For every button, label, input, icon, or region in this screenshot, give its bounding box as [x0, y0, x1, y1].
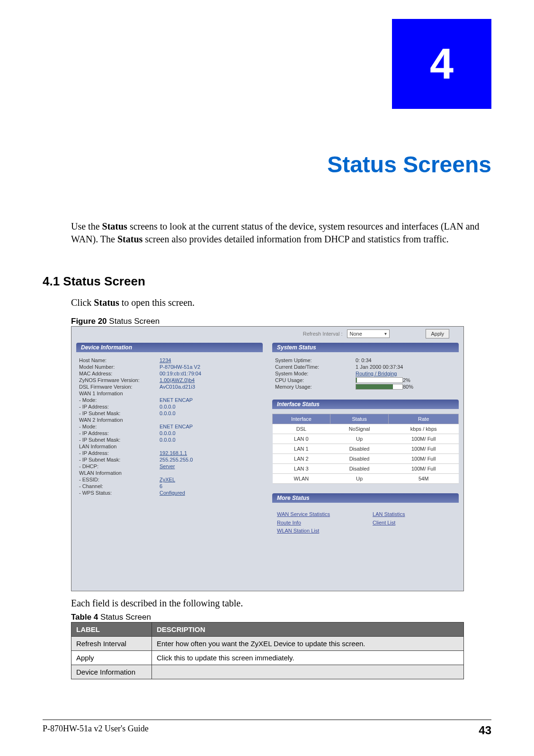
kv-key: Current Date/Time: [275, 364, 356, 370]
refresh-select-value: None [349, 331, 362, 337]
client-list-link[interactable]: Client List [373, 519, 405, 527]
kv-key: - IP Address: [79, 450, 160, 456]
kv-key: Model Number: [79, 364, 160, 370]
wan-stats-link[interactable]: WAN Service Statistics [277, 510, 330, 519]
group-header: WAN 2 Information [79, 417, 160, 423]
group-header: LAN Information [79, 444, 160, 449]
right-column: System Status System Uptime:0: 0:34 Curr… [267, 341, 463, 591]
essid-link[interactable]: ZyXEL [160, 477, 175, 482]
more-status-links: WAN Service Statistics Route Info WLAN S… [272, 507, 459, 538]
more-status-header: More Status [272, 493, 459, 503]
iface-cell: Up [330, 474, 389, 484]
left-column: Device Information Host Name:1234 Model … [71, 341, 267, 591]
iface-cell: Disabled [330, 464, 389, 474]
iface-cell: 100M/ Full [389, 464, 459, 474]
desc-cell-desc [152, 665, 464, 679]
kv-value: ENET ENCAP [160, 424, 193, 429]
desc-col-description: DESCRIPTION [152, 623, 464, 637]
kv-key: - Mode: [79, 424, 160, 429]
firmware-link[interactable]: 1.00(AWZ.0)b4 [160, 377, 195, 383]
cpu-usage-pct: 2% [403, 377, 410, 383]
wps-link[interactable]: Configured [160, 490, 185, 496]
refresh-label: Refresh Interval : [303, 331, 343, 337]
figure-label: Figure 20 [71, 317, 107, 326]
table-caption: Table 4 Status Screen [71, 613, 491, 622]
kv-key: - IP Subnet Mask: [79, 457, 160, 462]
system-mode-link[interactable]: Routing / Bridging [356, 371, 397, 376]
kv-value: 00:19:cb:d1:79:04 [160, 371, 201, 376]
kv-value: P-870HW-51a V2 [160, 364, 200, 370]
iface-cell: LAN 3 [273, 464, 330, 474]
desc-row: Refresh Interval Enter how often you wan… [71, 637, 464, 651]
iface-cell: 100M/ Full [389, 444, 459, 454]
kv-value: 0.0.0.0 [160, 410, 176, 416]
iface-cell: LAN 0 [273, 434, 330, 444]
iface-cell: NoSignal [330, 424, 389, 434]
desc-cell-label: Device Information [71, 665, 152, 679]
footer-guide: P-870HW-51a v2 User's Guide [43, 724, 149, 737]
kv-value: 0.0.0.0 [160, 404, 176, 409]
status-screenshot: Refresh Interval : None ▼ Apply Device I… [71, 326, 464, 591]
lan-stats-link[interactable]: LAN Statistics [373, 510, 405, 519]
apply-button[interactable]: Apply [426, 329, 449, 338]
chevron-down-icon: ▼ [384, 332, 388, 336]
iface-col-interface: Interface [273, 414, 330, 424]
intro-bold-2: Status [117, 234, 142, 244]
kv-key: - IP Subnet Mask: [79, 437, 160, 443]
desc-cell-label: Apply [71, 651, 152, 665]
kv-key: - Channel: [79, 483, 160, 489]
figure-text: Status Screen [107, 317, 160, 326]
interface-status-header: Interface Status [272, 400, 459, 409]
lan-ip-link[interactable]: 192.168.1.1 [160, 450, 187, 456]
system-status-header: System Status [272, 343, 459, 352]
iface-row: DSLNoSignalkbps / kbps [273, 424, 459, 434]
iface-row: LAN 0Up100M/ Full [273, 434, 459, 444]
desc-cell-label: Refresh Interval [71, 637, 152, 651]
dhcp-link[interactable]: Server [160, 463, 175, 469]
intro-text: Use the [71, 221, 102, 231]
table-label: Table 4 [71, 613, 98, 622]
route-info-link[interactable]: Route Info [277, 519, 330, 527]
kv-key: - ESSID: [79, 477, 160, 482]
group-header: WAN 1 Information [79, 391, 160, 396]
iface-cell: kbps / kbps [389, 424, 459, 434]
status-description-table: LABEL DESCRIPTION Refresh Interval Enter… [71, 622, 464, 679]
footer-page-number: 43 [479, 724, 491, 737]
figure-caption: Figure 20 Status Screen [71, 317, 491, 326]
iface-row: LAN 2Disabled100M/ Full [273, 454, 459, 464]
kv-value: ENET ENCAP [160, 397, 193, 403]
iface-row: LAN 3Disabled100M/ Full [273, 464, 459, 474]
kv-key: Memory Usage: [275, 384, 356, 390]
refresh-bar: Refresh Interval : None ▼ Apply [71, 327, 463, 341]
kv-key: - IP Subnet Mask: [79, 410, 160, 416]
kv-value: 0.0.0.0 [160, 437, 176, 443]
kv-value: 255.255.255.0 [160, 457, 193, 462]
group-header: WLAN Information [79, 470, 160, 476]
cpu-usage-bar [356, 377, 403, 383]
wlan-station-link[interactable]: WLAN Station List [277, 527, 330, 535]
kv-key: - Mode: [79, 397, 160, 403]
kv-value: 0: 0:34 [356, 357, 372, 363]
iface-cell: Disabled [330, 444, 389, 454]
iface-row: WLANUp54M [273, 474, 459, 484]
kv-key: Host Name: [79, 357, 160, 363]
kv-key: ZyNOS Firmware Version: [79, 377, 160, 383]
kv-key: - IP Address: [79, 404, 160, 409]
iface-cell: WLAN [273, 474, 330, 484]
kv-key: System Uptime: [275, 357, 356, 363]
memory-usage-bar [356, 384, 403, 390]
kv-value: 0.0.0.0 [160, 430, 176, 436]
iface-cell: 100M/ Full [389, 434, 459, 444]
table-text: Status Screen [98, 613, 151, 622]
device-info-header: Device Information [76, 343, 263, 352]
desc-row: Device Information [71, 665, 464, 679]
iface-cell: DSL [273, 424, 330, 434]
kv-key: CPU Usage: [275, 377, 356, 383]
refresh-interval-select[interactable]: None ▼ [347, 329, 390, 338]
section-heading: 4.1 Status Screen [43, 274, 491, 289]
section-text: to open this screen. [119, 297, 195, 308]
kv-value: 1 Jan 2000 00:37:34 [356, 364, 403, 370]
kv-key: System Mode: [275, 371, 356, 376]
host-name-link[interactable]: 1234 [160, 357, 171, 363]
iface-col-status: Status [330, 414, 389, 424]
